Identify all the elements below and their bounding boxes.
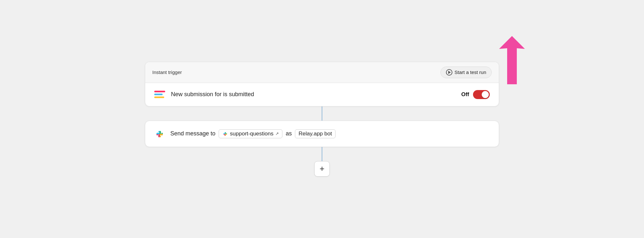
action-row: Send message to support-questions ↗︎ — [145, 121, 499, 147]
connector-line-1 — [322, 106, 322, 121]
trigger-toggle[interactable] — [473, 90, 490, 99]
plus-icon: + — [319, 164, 324, 174]
action-card: 1 Send message to — [145, 121, 499, 147]
typeform-bar-3 — [154, 96, 164, 98]
toggle-thumb — [482, 91, 489, 98]
as-text: as — [286, 130, 292, 137]
channel-name: support-questions — [230, 131, 273, 137]
typeform-bar-2 — [154, 94, 163, 95]
play-triangle-icon — [448, 71, 451, 74]
test-run-button[interactable]: Start a test run — [440, 67, 492, 78]
send-message-text: Send message to — [170, 130, 215, 137]
typeform-bar-1 — [154, 91, 165, 92]
add-step-button[interactable]: + — [314, 161, 330, 177]
play-icon — [446, 69, 452, 76]
trigger-card: Instant trigger Start a test run ⚡ — [145, 62, 499, 106]
slack-icon — [154, 129, 165, 139]
svg-marker-0 — [499, 36, 525, 84]
trigger-header: Instant trigger Start a test run — [145, 62, 499, 83]
typeform-icon — [154, 91, 165, 98]
action-description: Send message to support-questions ↗︎ — [170, 129, 336, 138]
connector-line-2 — [322, 147, 322, 161]
bot-name-label: Relay.app bot — [298, 131, 332, 137]
external-link-icon: ↗︎ — [275, 131, 279, 136]
trigger-status-area: Off — [461, 90, 490, 99]
channel-chip[interactable]: support-questions ↗︎ — [219, 129, 282, 138]
bot-name-chip[interactable]: Relay.app bot — [295, 129, 336, 138]
add-step-area: + — [314, 161, 330, 177]
instant-trigger-label: Instant trigger — [152, 69, 182, 75]
channel-slack-icon — [222, 131, 228, 137]
test-run-label: Start a test run — [455, 69, 486, 75]
trigger-description-text: New submission for is submitted — [171, 91, 455, 98]
status-off-label: Off — [461, 91, 469, 98]
